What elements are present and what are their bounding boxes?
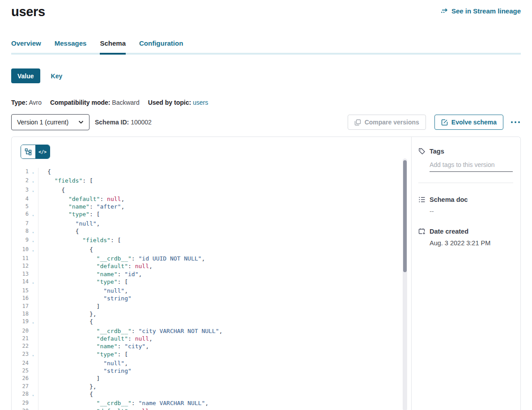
fold-toggle-icon[interactable]: ▾ (29, 390, 38, 399)
line-gutter: 30 (12, 407, 38, 410)
code-line: 5"name": "after", (12, 203, 411, 210)
date-created-section: Date created Aug. 3 2022 3:21 PM (418, 228, 513, 247)
overflow-dot-icon (515, 121, 516, 123)
code-line: 8▾{ (12, 227, 411, 236)
fold-toggle-icon[interactable]: ▾ (29, 318, 38, 327)
fold-toggle-icon[interactable]: ▾ (29, 350, 38, 359)
line-number: 24 (12, 359, 29, 367)
code-text: "name": "id", (38, 270, 142, 278)
fold-spacer (29, 383, 38, 390)
overflow-menu-button[interactable] (510, 120, 521, 125)
fold-spacer (29, 342, 38, 350)
tab-configuration[interactable]: Configuration (139, 39, 183, 53)
tree-view-button[interactable] (21, 145, 35, 158)
code-line: 4"default": null, (12, 195, 411, 203)
line-gutter: 3▾ (12, 186, 38, 195)
code-line: 16"string" (12, 295, 411, 302)
tree-view-icon (25, 148, 32, 155)
code-view-button[interactable]: </> (35, 145, 50, 158)
tab-schema[interactable]: Schema (100, 39, 126, 53)
editor-scrollbar[interactable] (403, 158, 407, 410)
page-header: users See in Stream lineage (0, 0, 532, 19)
version-select[interactable]: Version 1 (current) (11, 114, 89, 130)
fold-spacer (29, 335, 38, 342)
code-text: { (38, 168, 51, 177)
code-line: 1▾{ (12, 168, 411, 177)
fold-toggle-icon[interactable]: ▾ (29, 210, 38, 219)
value-toggle-button[interactable]: Value (11, 68, 40, 83)
overflow-dot-icon (518, 121, 520, 123)
fold-spacer (29, 255, 38, 262)
line-gutter: 19▾ (12, 318, 38, 327)
fold-toggle-icon[interactable]: ▾ (29, 186, 38, 195)
code-line: 10▾{ (12, 246, 411, 255)
code-line: 14▾"type": [ (12, 278, 411, 287)
topic-label: Used by topic: (148, 99, 191, 106)
compare-versions-button[interactable]: Compare versions (348, 115, 426, 130)
line-gutter: 13 (12, 270, 38, 278)
line-gutter: 21 (12, 335, 38, 342)
line-number: 26 (12, 375, 29, 382)
code-text: "default": null, (38, 195, 124, 203)
line-gutter: 1▾ (12, 168, 38, 177)
code-text: "type": [ (38, 210, 100, 219)
fold-spacer (29, 375, 38, 382)
code-line: 25"string" (12, 367, 411, 375)
fold-toggle-icon[interactable]: ▾ (29, 168, 38, 177)
fold-toggle-icon[interactable]: ▾ (29, 236, 38, 245)
code-line: 9▾"fields": [ (12, 236, 411, 245)
type-label: Type: (11, 99, 27, 106)
tab-bar: Overview Messages Schema Configuration (11, 39, 521, 55)
stream-lineage-link[interactable]: See in Stream lineage (441, 7, 521, 15)
fold-toggle-icon[interactable]: ▾ (29, 177, 38, 186)
code-line: 11"__crdb__": "id UUID NOT NULL", (12, 255, 411, 262)
fold-toggle-icon[interactable]: ▾ (29, 246, 38, 255)
evolve-schema-button[interactable]: Evolve schema (434, 115, 503, 130)
line-gutter: 8▾ (12, 227, 38, 236)
key-toggle-button[interactable]: Key (51, 73, 63, 80)
tab-overview[interactable]: Overview (11, 39, 41, 53)
editor-view-toggle: </> (21, 145, 50, 159)
compare-versions-icon (354, 119, 361, 126)
line-number: 14 (12, 278, 29, 287)
code-text: "__crdb__": "city VARCHAR NOT NULL", (38, 327, 222, 335)
line-gutter: 12 (12, 262, 38, 270)
line-gutter: 16 (12, 295, 38, 302)
evolve-schema-icon (441, 119, 448, 126)
code-text: ] (38, 375, 100, 382)
code-line: 26] (12, 375, 411, 382)
tab-messages[interactable]: Messages (55, 39, 87, 53)
line-number: 4 (12, 195, 29, 203)
line-number: 5 (12, 203, 29, 210)
compatibility-meta: Compatibility mode: Backward (50, 99, 140, 106)
code-text: ] (38, 303, 100, 310)
code-line: 20"__crdb__": "city VARCHAR NOT NULL", (12, 327, 411, 335)
code-text: "__crdb__": "name VARCHAR NULL", (38, 399, 209, 407)
code-text: "name": "city", (38, 342, 149, 350)
code-line: 3▾{ (12, 186, 411, 195)
fold-spacer (29, 359, 38, 367)
line-gutter: 17 (12, 303, 38, 310)
fold-toggle-icon[interactable]: ▾ (29, 227, 38, 236)
line-number: 25 (12, 367, 29, 375)
page-title: users (11, 4, 45, 19)
code-text: { (38, 318, 93, 327)
code-text: "default": null, (38, 262, 153, 270)
line-number: 17 (12, 303, 29, 310)
fold-spacer (29, 220, 38, 227)
line-gutter: 5 (12, 203, 38, 210)
tags-input[interactable] (430, 161, 513, 172)
details-sidebar: Tags Schema doc -- (411, 137, 520, 410)
fold-spacer (29, 195, 38, 203)
line-gutter: 25 (12, 367, 38, 375)
code-text: "__crdb__": "id UUID NOT NULL", (38, 255, 205, 262)
editor-scrollbar-thumb[interactable] (403, 160, 407, 272)
date-created-heading: Date created (418, 228, 513, 235)
schema-meta-row: Type: Avro Compatibility mode: Backward … (11, 99, 521, 106)
code-text: "fields": [ (38, 236, 121, 245)
fold-toggle-icon[interactable]: ▾ (29, 278, 38, 287)
code-line: 19▾{ (12, 318, 411, 327)
line-number: 22 (12, 342, 29, 350)
code-text: "type": [ (38, 278, 128, 287)
topic-link[interactable]: users (193, 99, 208, 106)
